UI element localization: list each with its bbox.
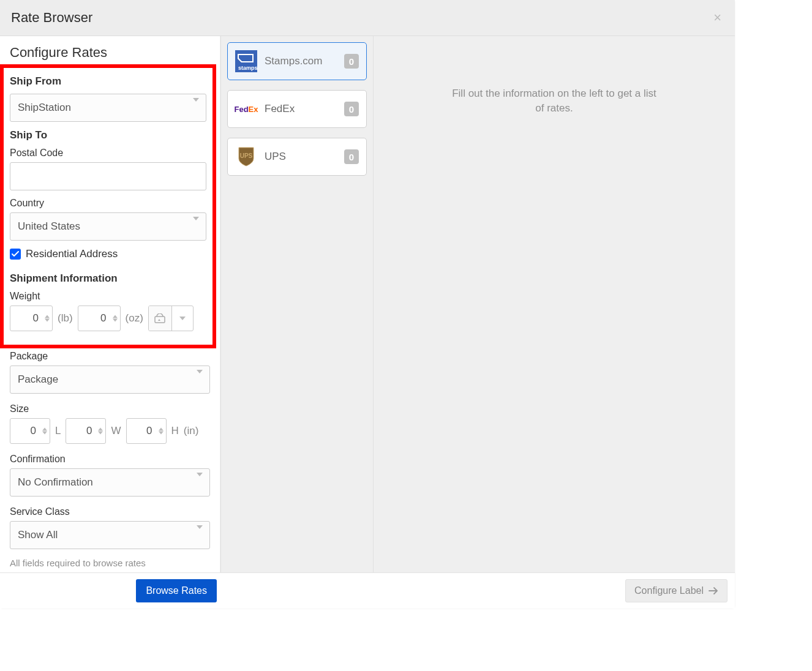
ship-from-label: Ship From xyxy=(10,75,206,88)
size-w-label: W xyxy=(111,425,121,437)
carrier-card-stamps[interactable]: stamps Stamps.com 0 xyxy=(227,42,367,80)
shipment-info-label: Shipment Information xyxy=(10,272,206,285)
service-class-value: Show All xyxy=(18,529,58,541)
ship-to-label: Ship To xyxy=(10,129,206,141)
weight-lb-input[interactable]: 0 xyxy=(10,306,53,331)
unit-lb: (lb) xyxy=(58,312,73,324)
carrier-count-badge: 0 xyxy=(344,149,359,164)
configure-label-button[interactable]: Configure Label xyxy=(625,579,727,602)
carrier-count-badge: 0 xyxy=(344,102,359,116)
carrier-card-ups[interactable]: UPS UPS 0 xyxy=(227,138,367,176)
unit-oz: (oz) xyxy=(126,312,143,324)
svg-text:stamps: stamps xyxy=(238,65,257,71)
size-w-value: 0 xyxy=(86,425,92,437)
postal-code-input[interactable] xyxy=(10,162,206,190)
fedex-logo-icon: FedEx xyxy=(235,98,257,120)
chevron-down-icon xyxy=(197,525,203,541)
chevron-down-icon xyxy=(193,98,199,113)
residential-label: Residential Address xyxy=(26,248,118,260)
browse-rates-button[interactable]: Browse Rates xyxy=(136,579,217,602)
highlighted-section: Ship From ShipStation Ship To Postal Cod… xyxy=(0,64,216,348)
size-l-input[interactable]: 0 xyxy=(10,418,50,444)
size-h-input[interactable]: 0 xyxy=(126,418,167,444)
service-class-select[interactable]: Show All xyxy=(10,521,210,549)
size-l-value: 0 xyxy=(31,425,36,437)
chevron-down-icon xyxy=(179,317,186,320)
stepper-down-icon[interactable] xyxy=(159,432,164,435)
chevron-down-icon xyxy=(197,370,203,385)
confirmation-value: No Confirmation xyxy=(18,476,93,489)
stepper-up-icon[interactable] xyxy=(42,428,47,431)
size-w-input[interactable]: 0 xyxy=(66,418,106,444)
ups-logo-icon: UPS xyxy=(235,146,257,168)
size-label: Size xyxy=(10,403,210,414)
country-label: Country xyxy=(10,198,206,209)
configure-panel: Configure Rates Ship From ShipStation Sh… xyxy=(0,36,220,572)
country-value: United States xyxy=(18,220,80,233)
required-note: All fields required to browse rates xyxy=(10,558,210,568)
package-select[interactable]: Package xyxy=(10,365,210,394)
modal-title: Rate Browser xyxy=(11,10,92,26)
stepper-up-icon[interactable] xyxy=(45,315,50,318)
configure-title: Configure Rates xyxy=(10,45,210,61)
empty-hint: Fill out the information on the left to … xyxy=(450,86,658,558)
chevron-down-icon xyxy=(193,217,199,232)
close-icon[interactable]: × xyxy=(711,11,724,24)
chevron-down-icon xyxy=(197,473,203,488)
carrier-card-fedex[interactable]: FedEx FedEx 0 xyxy=(227,90,367,128)
svg-rect-0 xyxy=(155,317,165,323)
size-unit: (in) xyxy=(184,425,199,437)
arrow-right-icon xyxy=(709,587,718,594)
modal-header: Rate Browser × xyxy=(0,0,735,36)
scale-icon xyxy=(154,313,165,323)
postal-code-label: Postal Code xyxy=(10,148,206,159)
scale-dropdown[interactable] xyxy=(172,306,193,331)
stepper-up-icon[interactable] xyxy=(98,428,103,431)
stepper-down-icon[interactable] xyxy=(45,319,50,322)
stepper-down-icon[interactable] xyxy=(42,432,47,435)
residential-checkbox[interactable] xyxy=(10,249,21,260)
weight-label: Weight xyxy=(10,291,206,302)
rate-browser-modal: Rate Browser × Configure Rates Ship From… xyxy=(0,0,735,609)
weight-lb-value: 0 xyxy=(33,312,39,324)
configure-label-text: Configure Label xyxy=(634,585,704,596)
package-label: Package xyxy=(10,351,210,362)
ship-from-value: ShipStation xyxy=(18,102,71,114)
service-class-label: Service Class xyxy=(10,506,210,517)
size-h-value: 0 xyxy=(146,425,152,437)
carrier-list: stamps Stamps.com 0 FedEx FedEx 0 UPS xyxy=(220,36,374,572)
scale-button-group xyxy=(148,306,194,331)
scale-button[interactable] xyxy=(149,306,172,331)
stepper-down-icon[interactable] xyxy=(113,319,118,322)
stepper-up-icon[interactable] xyxy=(159,428,164,431)
svg-text:UPS: UPS xyxy=(240,152,253,159)
stepper-up-icon[interactable] xyxy=(113,315,118,318)
weight-oz-input[interactable]: 0 xyxy=(78,306,121,331)
size-l-label: L xyxy=(55,425,61,437)
confirmation-label: Confirmation xyxy=(10,454,210,465)
size-h-label: H xyxy=(171,425,179,437)
ship-from-select[interactable]: ShipStation xyxy=(10,94,206,122)
carrier-name: UPS xyxy=(265,151,337,163)
country-select[interactable]: United States xyxy=(10,212,206,241)
confirmation-select[interactable]: No Confirmation xyxy=(10,468,210,497)
stamps-logo-icon: stamps xyxy=(235,50,257,72)
carrier-name: Stamps.com xyxy=(265,55,337,67)
package-value: Package xyxy=(18,373,58,386)
modal-footer: Browse Rates Configure Label xyxy=(0,572,735,609)
weight-oz-value: 0 xyxy=(100,312,106,324)
carrier-count-badge: 0 xyxy=(344,54,359,69)
carrier-name: FedEx xyxy=(265,103,337,115)
rates-panel: Fill out the information on the left to … xyxy=(374,36,735,572)
stepper-down-icon[interactable] xyxy=(98,432,103,435)
